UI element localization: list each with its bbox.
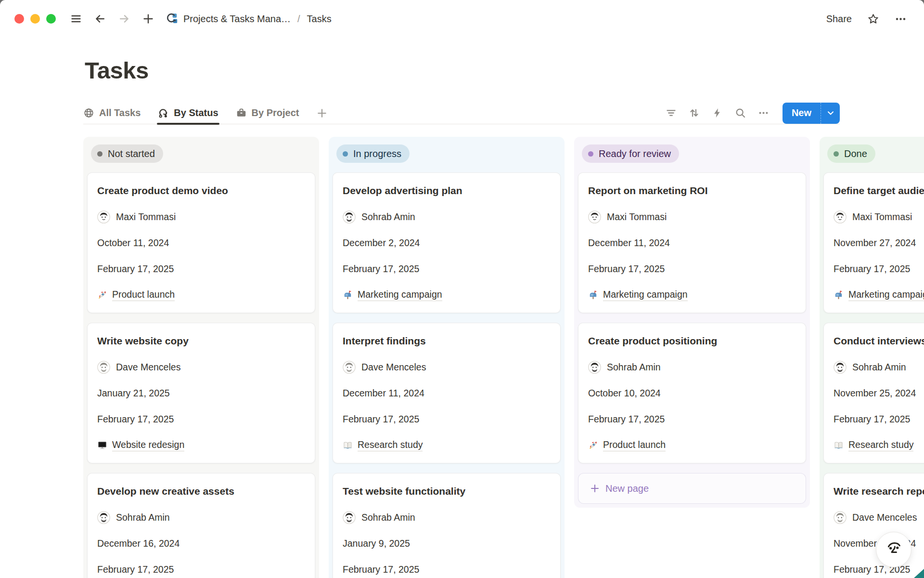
view-tab-by-status[interactable]: By Status [158, 102, 218, 124]
sidebar-toggle-button[interactable] [70, 13, 82, 25]
column-header[interactable]: Ready for review [578, 141, 806, 163]
book-icon [834, 440, 844, 450]
status-pill-label: Not started [108, 148, 155, 159]
task-title: Develop new creative assets [97, 484, 305, 499]
avatar [343, 361, 356, 374]
avatar [97, 361, 110, 374]
mailbox-icon [834, 290, 844, 300]
task-project-link[interactable]: Marketing campaign [588, 288, 796, 302]
search-button[interactable] [731, 104, 751, 123]
task-project-link[interactable]: Product launch [588, 438, 796, 452]
task-project-link[interactable]: Marketing campaign [343, 288, 551, 302]
task-project-link[interactable]: Product launch [97, 288, 305, 302]
avatar [343, 210, 356, 223]
rocket-icon [97, 290, 107, 300]
back-button[interactable] [94, 13, 106, 25]
window-topbar: Projects & Tasks Mana… / Tasks Share [0, 0, 924, 38]
avatar-icon [343, 361, 356, 374]
automation-bolt-icon [712, 107, 723, 118]
task-card[interactable]: Interpret findingsDave MencelesDecember … [333, 323, 561, 463]
task-assignee: Sohrab Amin [97, 510, 305, 525]
task-card[interactable]: Develop new creative assetsSohrab AminDe… [87, 473, 315, 578]
new-button[interactable]: New [783, 103, 821, 124]
task-title: Interpret findings [343, 334, 551, 348]
task-title: Write website copy [97, 334, 305, 348]
task-date-2: February 17, 2025 [834, 562, 924, 577]
project-link-label: Research study [848, 439, 913, 451]
status-pill-label: Ready for review [599, 148, 671, 159]
task-card[interactable]: Define target audienceMaxi TommasiNovemb… [823, 172, 924, 313]
view-tab-all-tasks[interactable]: All Tasks [83, 102, 141, 124]
notion-ai-face-icon [883, 539, 905, 561]
task-card[interactable]: Report on marketing ROIMaxi TommasiDecem… [578, 172, 806, 313]
new-tab-button[interactable] [142, 13, 154, 25]
avatar [834, 511, 847, 524]
assignee-name: Sohrab Amin [361, 512, 415, 523]
briefcase-icon [236, 107, 247, 118]
mailbox-icon [343, 290, 353, 300]
avatar-icon [588, 210, 601, 223]
task-card[interactable]: Write website copyDave MencelesJanuary 2… [87, 323, 315, 463]
task-card[interactable]: Create product demo videoMaxi TommasiOct… [87, 172, 315, 313]
column-header[interactable]: Not started [87, 141, 315, 163]
assignee-name: Dave Menceles [116, 362, 180, 373]
project-link-label: Research study [358, 439, 423, 451]
status-dot-icon [97, 151, 103, 157]
monitor-icon [97, 440, 107, 450]
mailbox-icon [588, 290, 598, 300]
window-controls [14, 14, 56, 24]
task-card[interactable]: Write research reportDave MencelesNovemb… [823, 473, 924, 578]
avatar-icon [834, 210, 847, 223]
assignee-name: Sohrab Amin [852, 362, 906, 373]
task-project-link[interactable]: Website redesign [97, 438, 305, 452]
task-date-1: October 10, 2024 [588, 386, 796, 400]
forward-button[interactable] [118, 13, 130, 25]
automations-button[interactable] [707, 104, 728, 123]
task-date-2: February 17, 2025 [588, 262, 796, 276]
task-card[interactable]: Test website functionalitySohrab AminJan… [333, 473, 561, 578]
task-date-1: November 27, 2024 [834, 236, 924, 250]
maximize-window-button[interactable] [46, 14, 56, 24]
task-card[interactable]: Create product positioningSohrab AminOct… [578, 323, 806, 463]
board-column-not-started: Not startedCreate product demo videoMaxi… [83, 137, 319, 578]
sort-button[interactable] [684, 104, 705, 123]
column-header[interactable]: In progress [333, 141, 561, 163]
project-link-label: Website redesign [112, 439, 184, 451]
favorite-star-button[interactable] [867, 13, 879, 25]
task-project-link[interactable]: Research study [834, 438, 924, 452]
close-window-button[interactable] [14, 14, 24, 24]
minimize-window-button[interactable] [30, 14, 40, 24]
notion-window: Projects & Tasks Mana… / Tasks Share Tas… [0, 0, 924, 578]
plus-icon [590, 484, 600, 493]
more-options-button[interactable] [895, 13, 907, 25]
project-link-label: Product launch [112, 289, 175, 301]
task-date-2: February 17, 2025 [343, 562, 551, 577]
add-view-button[interactable] [317, 102, 327, 124]
hamburger-icon [70, 13, 82, 25]
filter-button[interactable] [661, 104, 681, 123]
view-tab-by-project[interactable]: By Project [236, 102, 299, 124]
task-date-2: February 17, 2025 [834, 412, 924, 426]
status-dot-icon [343, 151, 348, 157]
column-header[interactable]: Done [823, 141, 924, 163]
task-card[interactable]: Develop advertising planSohrab AminDecem… [333, 172, 561, 313]
new-dropdown-button[interactable] [821, 103, 840, 124]
plus-icon [142, 13, 154, 25]
share-button[interactable]: Share [826, 13, 852, 25]
assignee-name: Sohrab Amin [361, 211, 415, 223]
task-assignee: Sohrab Amin [343, 210, 551, 224]
breadcrumb-parent[interactable]: Projects & Tasks Mana… [183, 13, 291, 25]
sort-icon [689, 107, 700, 118]
status-pill: Done [827, 144, 875, 163]
breadcrumb-current[interactable]: Tasks [307, 13, 332, 25]
task-date-1: December 11, 2024 [588, 236, 796, 250]
view-more-button[interactable] [754, 104, 774, 123]
status-pill: Ready for review [582, 144, 679, 163]
task-card[interactable]: Conduct interviewsSohrab AminNovember 25… [823, 323, 924, 463]
notion-ai-button[interactable] [876, 532, 911, 567]
assignee-name: Maxi Tommasi [607, 211, 667, 223]
new-page-button[interactable]: New page [578, 473, 806, 504]
task-project-link[interactable]: Marketing campaign [834, 288, 924, 302]
task-project-link[interactable]: Research study [343, 438, 551, 452]
status-pill-label: Done [844, 148, 867, 159]
